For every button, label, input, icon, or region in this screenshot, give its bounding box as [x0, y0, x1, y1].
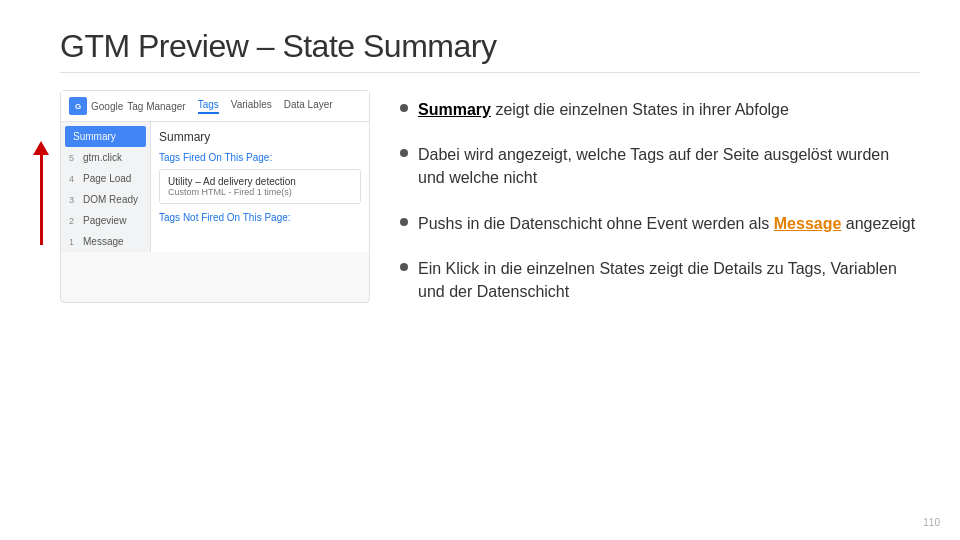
gtm-nav-datalayer[interactable]: Data Layer: [284, 99, 333, 114]
message-highlight: Message: [774, 215, 842, 232]
gtm-tag-name: Utility – Ad delivery detection: [168, 176, 352, 187]
gtm-nav-variables[interactable]: Variables: [231, 99, 272, 114]
bullet-dot-4: [400, 263, 408, 271]
sidebar-num-3: 3: [69, 195, 79, 205]
gtm-nav-tags[interactable]: Tags: [198, 99, 219, 114]
bullet-item-2: Dabei wird angezeigt, welche Tags auf de…: [400, 143, 920, 189]
gtm-main-content: Summary Tags Fired On This Page: Utility…: [151, 122, 369, 252]
gtm-section-notfired: Tags Not Fired On This Page:: [159, 212, 361, 223]
gtm-logo-icon: G: [69, 97, 87, 115]
gtm-logo: G Google Tag Manager: [69, 97, 186, 115]
sidebar-item-gtmclick[interactable]: 5 gtm.click: [61, 147, 150, 168]
bullet-dot-1: [400, 104, 408, 112]
gtm-tag-card: Utility – Ad delivery detection Custom H…: [159, 169, 361, 204]
sidebar-num-1: 1: [69, 237, 79, 247]
sidebar-item-message[interactable]: 1 Message: [61, 231, 150, 252]
gtm-tag-sub: Custom HTML - Fired 1 time(s): [168, 187, 352, 197]
sidebar-pageload-label: Page Load: [83, 173, 131, 184]
gtm-sidebar: Summary 5 gtm.click 4 Page Load 3 DOM Re…: [61, 122, 151, 252]
sidebar-summary-label: Summary: [73, 131, 116, 142]
page-number: 110: [923, 517, 940, 528]
bullet-dot-2: [400, 149, 408, 157]
bullet-dot-3: [400, 218, 408, 226]
bullets-panel: Summary zeigt die einzelnen States in ih…: [400, 90, 920, 303]
bullet4-content: Ein Klick in die einzelnen States zeigt …: [418, 260, 897, 300]
bullet-text-3: Pushs in die Datenschicht ohne Event wer…: [418, 212, 915, 235]
bullet-item-1: Summary zeigt die einzelnen States in ih…: [400, 98, 920, 121]
bullet-item-3: Pushs in die Datenschicht ohne Event wer…: [400, 212, 920, 235]
sidebar-num-4: 4: [69, 174, 79, 184]
gtm-logo-text: Google: [91, 101, 123, 112]
sidebar-item-domready[interactable]: 3 DOM Ready: [61, 189, 150, 210]
gtm-topbar: G Google Tag Manager Tags Variables Data…: [61, 91, 369, 122]
arrow-head: [33, 141, 49, 155]
gtm-main-title: Summary: [159, 130, 361, 144]
gtm-section-fired: Tags Fired On This Page:: [159, 152, 361, 163]
bullet3-prefix: Pushs in die Datenschicht ohne Event wer…: [418, 215, 774, 232]
sidebar-num-2: 2: [69, 216, 79, 226]
arrow-indicator: [33, 141, 49, 245]
bullet-text-1: Summary zeigt die einzelnen States in ih…: [418, 98, 789, 121]
bullet-item-4: Ein Klick in die einzelnen States zeigt …: [400, 257, 920, 303]
sidebar-num-5: 5: [69, 153, 79, 163]
sidebar-gtmclick-label: gtm.click: [83, 152, 122, 163]
arrow-line: [40, 155, 43, 245]
gtm-body: Summary 5 gtm.click 4 Page Load 3 DOM Re…: [61, 122, 369, 252]
summary-highlight: Summary: [418, 101, 491, 118]
gtm-nav: Tags Variables Data Layer: [198, 99, 333, 114]
bullet-text-2: Dabei wird angezeigt, welche Tags auf de…: [418, 143, 920, 189]
gtm-screenshot: G Google Tag Manager Tags Variables Data…: [60, 90, 370, 303]
bullet-text-4: Ein Klick in die einzelnen States zeigt …: [418, 257, 920, 303]
sidebar-message-label: Message: [83, 236, 124, 247]
sidebar-item-pageview[interactable]: 2 Pageview: [61, 210, 150, 231]
sidebar-pageview-label: Pageview: [83, 215, 126, 226]
sidebar-domready-label: DOM Ready: [83, 194, 138, 205]
content-area: G Google Tag Manager Tags Variables Data…: [60, 90, 920, 303]
gtm-app-name: Tag Manager: [127, 101, 185, 112]
bullet1-text: zeigt die einzelnen States in ihrer Abfo…: [495, 101, 789, 118]
sidebar-item-pageload[interactable]: 4 Page Load: [61, 168, 150, 189]
title-divider: [60, 72, 920, 73]
bullet2-content: Dabei wird angezeigt, welche Tags auf de…: [418, 146, 889, 186]
bullet3-suffix: angezeigt: [846, 215, 915, 232]
slide-title: GTM Preview – State Summary: [60, 28, 496, 65]
sidebar-item-summary[interactable]: Summary: [65, 126, 146, 147]
